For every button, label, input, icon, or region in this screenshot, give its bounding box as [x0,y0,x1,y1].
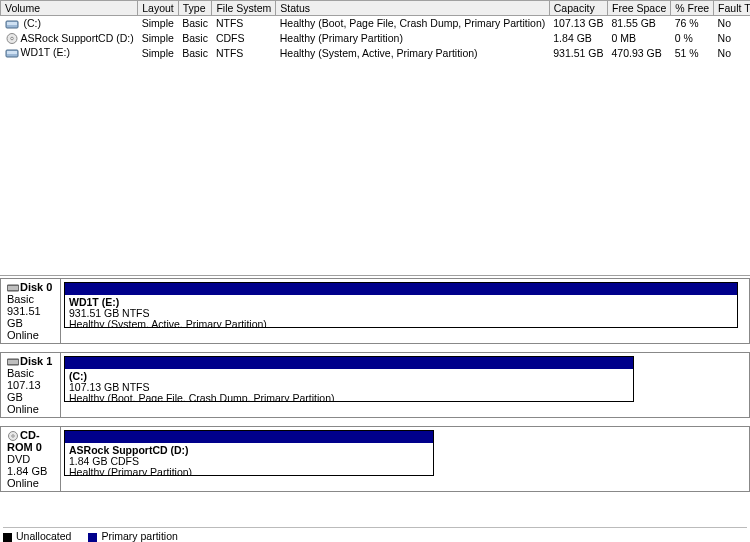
cd-icon [7,431,19,441]
legend-unallocated: Unallocated [3,530,74,542]
legend-label: Unallocated [16,530,71,542]
svg-rect-1 [7,22,17,25]
disk-volume-area: ASRock SupportCD (D:) 1.84 GB CDFS Healt… [61,427,749,491]
disk-volume-area: WD1T (E:) 931.51 GB NTFS Healthy (System… [61,279,749,343]
disk-size: 931.51 GB [7,305,41,329]
volume-table-header-row[interactable]: Volume Layout Type File System Status Ca… [1,1,751,16]
svg-point-11 [12,435,14,437]
disk-volume[interactable]: ASRock SupportCD (D:) 1.84 GB CDFS Healt… [64,430,434,476]
cell-freespace: 0 MB [607,31,670,46]
primary-partition-bar [65,431,433,443]
disk-type: DVD [7,453,30,465]
disk-type: Basic [7,293,34,305]
cell-status: Healthy (Primary Partition) [276,31,550,46]
disk-volume-body: (C:) 107.13 GB NTFS Healthy (Boot, Page … [65,369,633,402]
cell-freespace: 470.93 GB [607,45,670,60]
cell-pctfree: 51 % [671,45,714,60]
disk-volume-line3: Healthy (Primary Partition) [69,466,192,476]
col-freespace[interactable]: Free Space [607,1,670,16]
cell-pctfree: 76 % [671,16,714,31]
volume-table[interactable]: Volume Layout Type File System Status Ca… [0,0,750,60]
svg-rect-5 [7,51,17,54]
cell-type: Basic [178,16,212,31]
disk-header: Disk 1 Basic 107.13 GB Online [1,353,61,417]
cell-filesystem: NTFS [212,45,276,60]
legend: Unallocated Primary partition [3,527,747,542]
table-row[interactable]: WD1T (E:)SimpleBasicNTFSHealthy (System,… [1,45,751,60]
disk-row-disk0[interactable]: Disk 0 Basic 931.51 GB Online WD1T (E:) … [0,278,750,344]
legend-swatch-primary [88,533,97,542]
disk-name: Disk 0 [20,281,52,293]
col-filesystem[interactable]: File System [212,1,276,16]
disk-volume-body: WD1T (E:) 931.51 GB NTFS Healthy (System… [65,295,737,328]
legend-label: Primary partition [101,530,177,542]
cell-capacity: 1.84 GB [549,31,607,46]
disk-status: Online [7,477,39,489]
table-row[interactable]: (C:)SimpleBasicNTFSHealthy (Boot, Page F… [1,16,751,31]
disk-volume-body: ASRock SupportCD (D:) 1.84 GB CDFS Healt… [65,443,433,476]
disk-size: 107.13 GB [7,379,41,403]
cell-layout: Simple [138,45,179,60]
disk-volume[interactable]: WD1T (E:) 931.51 GB NTFS Healthy (System… [64,282,738,328]
svg-rect-7 [8,286,18,290]
col-status[interactable]: Status [276,1,550,16]
disk-type: Basic [7,367,34,379]
volume-list-pane: Volume Layout Type File System Status Ca… [0,0,750,276]
cell-fault: No [714,31,750,46]
disk-volume-line3: Healthy (Boot, Page File, Crash Dump, Pr… [69,392,335,402]
col-volume[interactable]: Volume [1,1,138,16]
cell-fault: No [714,16,750,31]
disk-volume[interactable]: (C:) 107.13 GB NTFS Healthy (Boot, Page … [64,356,634,402]
col-pctfree[interactable]: % Free [671,1,714,16]
volume-name: WD1T (E:) [21,46,70,58]
cell-filesystem: NTFS [212,16,276,31]
volume-name: ASRock SupportCD (D:) [21,32,134,44]
volume-icon [5,19,19,30]
col-type[interactable]: Type [178,1,212,16]
disk-header: Disk 0 Basic 931.51 GB Online [1,279,61,343]
cell-capacity: 931.51 GB [549,45,607,60]
col-fault[interactable]: Fault Tolerance [714,1,750,16]
disk-icon [7,283,19,293]
cd-icon [5,33,19,44]
svg-rect-9 [8,360,18,364]
disk-status: Online [7,329,39,341]
cell-status: Healthy (System, Active, Primary Partiti… [276,45,550,60]
cell-status: Healthy (Boot, Page File, Crash Dump, Pr… [276,16,550,31]
svg-point-3 [10,38,13,41]
col-layout[interactable]: Layout [138,1,179,16]
disk-graphic-pane: Disk 0 Basic 931.51 GB Online WD1T (E:) … [0,278,750,542]
disk-volume-line3: Healthy (System, Active, Primary Partiti… [69,318,267,328]
legend-primary: Primary partition [88,530,177,542]
cell-type: Basic [178,31,212,46]
disk-size: 1.84 GB [7,465,47,477]
volume-icon [5,48,19,59]
cell-layout: Simple [138,16,179,31]
disk-icon [7,357,19,367]
col-capacity[interactable]: Capacity [549,1,607,16]
disk-row-disk1[interactable]: Disk 1 Basic 107.13 GB Online (C:) 107.1… [0,352,750,418]
disk-name: Disk 1 [20,355,52,367]
cell-freespace: 81.55 GB [607,16,670,31]
cell-filesystem: CDFS [212,31,276,46]
cell-fault: No [714,45,750,60]
disk-volume-area: (C:) 107.13 GB NTFS Healthy (Boot, Page … [61,353,749,417]
table-row[interactable]: ASRock SupportCD (D:)SimpleBasicCDFSHeal… [1,31,751,46]
cell-pctfree: 0 % [671,31,714,46]
disk-row-cdrom0[interactable]: CD-ROM 0 DVD 1.84 GB Online ASRock Suppo… [0,426,750,492]
cell-layout: Simple [138,31,179,46]
cell-type: Basic [178,45,212,60]
disk-status: Online [7,403,39,415]
legend-swatch-unallocated [3,533,12,542]
cell-capacity: 107.13 GB [549,16,607,31]
primary-partition-bar [65,283,737,295]
volume-name: (C:) [21,17,41,29]
disk-header: CD-ROM 0 DVD 1.84 GB Online [1,427,61,491]
primary-partition-bar [65,357,633,369]
